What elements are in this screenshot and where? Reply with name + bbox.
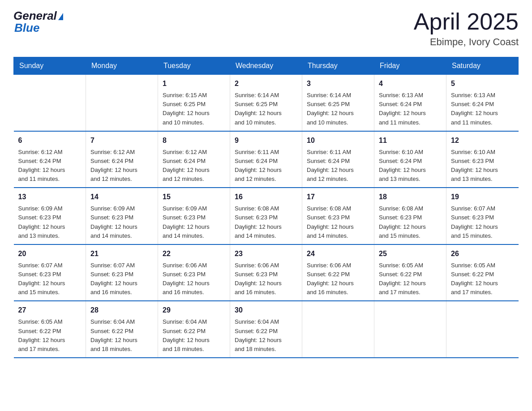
calendar-cell: 14Sunrise: 6:09 AM Sunset: 6:23 PM Dayli… [86, 188, 158, 244]
calendar-table: Sunday Monday Tuesday Wednesday Thursday… [13, 57, 519, 358]
calendar-cell: 10Sunrise: 6:11 AM Sunset: 6:24 PM Dayli… [302, 131, 374, 188]
day-number: 3 [307, 78, 369, 89]
calendar-cell: 21Sunrise: 6:07 AM Sunset: 6:23 PM Dayli… [86, 244, 158, 301]
day-number: 22 [163, 248, 225, 259]
day-info: Sunrise: 6:11 AM Sunset: 6:24 PM Dayligh… [235, 148, 297, 184]
day-number: 2 [235, 78, 297, 89]
calendar-cell: 16Sunrise: 6:08 AM Sunset: 6:23 PM Dayli… [230, 188, 302, 244]
day-number: 29 [163, 305, 225, 316]
calendar-cell: 4Sunrise: 6:13 AM Sunset: 6:24 PM Daylig… [374, 75, 446, 131]
calendar-cell: 26Sunrise: 6:05 AM Sunset: 6:22 PM Dayli… [446, 244, 519, 301]
day-info: Sunrise: 6:14 AM Sunset: 6:25 PM Dayligh… [307, 91, 369, 127]
day-number: 10 [307, 135, 369, 146]
day-info: Sunrise: 6:09 AM Sunset: 6:23 PM Dayligh… [18, 204, 82, 240]
day-number: 25 [379, 248, 442, 259]
day-number: 17 [307, 192, 369, 202]
day-number: 6 [18, 135, 82, 146]
header-saturday: Saturday [446, 57, 519, 75]
day-number: 15 [163, 192, 225, 202]
calendar-cell: 29Sunrise: 6:04 AM Sunset: 6:22 PM Dayli… [158, 301, 230, 358]
day-info: Sunrise: 6:08 AM Sunset: 6:23 PM Dayligh… [379, 204, 442, 240]
calendar-week-row: 6Sunrise: 6:12 AM Sunset: 6:24 PM Daylig… [14, 131, 519, 188]
calendar-cell: 25Sunrise: 6:05 AM Sunset: 6:22 PM Dayli… [374, 244, 446, 301]
day-number: 16 [235, 192, 297, 202]
day-info: Sunrise: 6:06 AM Sunset: 6:22 PM Dayligh… [307, 261, 369, 297]
calendar-cell: 17Sunrise: 6:08 AM Sunset: 6:23 PM Dayli… [302, 188, 374, 244]
calendar-cell: 24Sunrise: 6:06 AM Sunset: 6:22 PM Dayli… [302, 244, 374, 301]
day-info: Sunrise: 6:13 AM Sunset: 6:24 PM Dayligh… [379, 91, 442, 127]
day-info: Sunrise: 6:05 AM Sunset: 6:22 PM Dayligh… [18, 317, 82, 354]
day-info: Sunrise: 6:07 AM Sunset: 6:23 PM Dayligh… [90, 261, 153, 297]
day-info: Sunrise: 6:09 AM Sunset: 6:23 PM Dayligh… [163, 204, 225, 240]
day-number: 13 [18, 192, 82, 202]
calendar-cell [374, 301, 446, 358]
day-number: 11 [379, 135, 442, 146]
header-monday: Monday [86, 57, 158, 75]
calendar-cell [86, 75, 158, 131]
day-info: Sunrise: 6:13 AM Sunset: 6:24 PM Dayligh… [451, 91, 514, 127]
day-info: Sunrise: 6:12 AM Sunset: 6:24 PM Dayligh… [163, 148, 225, 184]
header-sunday: Sunday [14, 57, 86, 75]
calendar-cell: 15Sunrise: 6:09 AM Sunset: 6:23 PM Dayli… [158, 188, 230, 244]
day-info: Sunrise: 6:11 AM Sunset: 6:24 PM Dayligh… [307, 148, 369, 184]
calendar-cell: 6Sunrise: 6:12 AM Sunset: 6:24 PM Daylig… [14, 131, 86, 188]
header-wednesday: Wednesday [230, 57, 302, 75]
logo-blue-text: Blue [13, 21, 63, 35]
calendar-cell [446, 301, 519, 358]
day-number: 7 [90, 135, 153, 146]
day-info: Sunrise: 6:09 AM Sunset: 6:23 PM Dayligh… [90, 204, 153, 240]
calendar-week-row: 1Sunrise: 6:15 AM Sunset: 6:25 PM Daylig… [14, 75, 519, 131]
calendar-cell: 2Sunrise: 6:14 AM Sunset: 6:25 PM Daylig… [230, 75, 302, 131]
day-number: 23 [235, 248, 297, 259]
calendar-cell: 20Sunrise: 6:07 AM Sunset: 6:23 PM Dayli… [14, 244, 86, 301]
calendar-cell: 12Sunrise: 6:10 AM Sunset: 6:23 PM Dayli… [446, 131, 519, 188]
calendar-week-row: 27Sunrise: 6:05 AM Sunset: 6:22 PM Dayli… [14, 301, 519, 358]
day-info: Sunrise: 6:12 AM Sunset: 6:24 PM Dayligh… [18, 148, 82, 184]
calendar-cell: 8Sunrise: 6:12 AM Sunset: 6:24 PM Daylig… [158, 131, 230, 188]
day-number: 18 [379, 192, 442, 202]
weekday-header-row: Sunday Monday Tuesday Wednesday Thursday… [14, 57, 519, 75]
day-info: Sunrise: 6:05 AM Sunset: 6:22 PM Dayligh… [379, 261, 442, 297]
header-thursday: Thursday [302, 57, 374, 75]
calendar-cell: 5Sunrise: 6:13 AM Sunset: 6:24 PM Daylig… [446, 75, 519, 131]
day-number: 9 [235, 135, 297, 146]
day-info: Sunrise: 6:07 AM Sunset: 6:23 PM Dayligh… [18, 261, 82, 297]
day-info: Sunrise: 6:12 AM Sunset: 6:24 PM Dayligh… [90, 148, 153, 184]
day-info: Sunrise: 6:08 AM Sunset: 6:23 PM Dayligh… [235, 204, 297, 240]
day-info: Sunrise: 6:04 AM Sunset: 6:22 PM Dayligh… [163, 317, 225, 354]
calendar-cell: 3Sunrise: 6:14 AM Sunset: 6:25 PM Daylig… [302, 75, 374, 131]
day-info: Sunrise: 6:06 AM Sunset: 6:23 PM Dayligh… [235, 261, 297, 297]
calendar-cell: 28Sunrise: 6:04 AM Sunset: 6:22 PM Dayli… [86, 301, 158, 358]
header-friday: Friday [374, 57, 446, 75]
calendar-week-row: 13Sunrise: 6:09 AM Sunset: 6:23 PM Dayli… [14, 188, 519, 244]
day-number: 4 [379, 78, 442, 89]
day-info: Sunrise: 6:05 AM Sunset: 6:22 PM Dayligh… [451, 261, 514, 297]
day-info: Sunrise: 6:10 AM Sunset: 6:23 PM Dayligh… [451, 148, 514, 184]
calendar-cell: 19Sunrise: 6:07 AM Sunset: 6:23 PM Dayli… [446, 188, 519, 244]
header-tuesday: Tuesday [158, 57, 230, 75]
day-number: 30 [235, 305, 297, 316]
day-info: Sunrise: 6:14 AM Sunset: 6:25 PM Dayligh… [235, 91, 297, 127]
logo: General Blue [13, 9, 63, 35]
logo-triangle-icon [58, 13, 63, 20]
day-info: Sunrise: 6:10 AM Sunset: 6:24 PM Dayligh… [379, 148, 442, 184]
day-info: Sunrise: 6:15 AM Sunset: 6:25 PM Dayligh… [163, 91, 225, 127]
day-number: 14 [90, 192, 153, 202]
day-number: 28 [90, 305, 153, 316]
calendar-cell: 18Sunrise: 6:08 AM Sunset: 6:23 PM Dayli… [374, 188, 446, 244]
day-number: 8 [163, 135, 225, 146]
calendar-cell: 7Sunrise: 6:12 AM Sunset: 6:24 PM Daylig… [86, 131, 158, 188]
calendar-cell: 11Sunrise: 6:10 AM Sunset: 6:24 PM Dayli… [374, 131, 446, 188]
day-number: 1 [163, 78, 225, 89]
calendar-cell: 13Sunrise: 6:09 AM Sunset: 6:23 PM Dayli… [14, 188, 86, 244]
day-info: Sunrise: 6:04 AM Sunset: 6:22 PM Dayligh… [235, 317, 297, 354]
calendar-cell [302, 301, 374, 358]
day-number: 27 [18, 305, 82, 316]
page-header: General Blue April 2025 Ebimpe, Ivory Co… [13, 9, 519, 48]
day-number: 12 [451, 135, 514, 146]
day-info: Sunrise: 6:06 AM Sunset: 6:23 PM Dayligh… [163, 261, 225, 297]
calendar-cell: 9Sunrise: 6:11 AM Sunset: 6:24 PM Daylig… [230, 131, 302, 188]
calendar-cell: 22Sunrise: 6:06 AM Sunset: 6:23 PM Dayli… [158, 244, 230, 301]
day-info: Sunrise: 6:07 AM Sunset: 6:23 PM Dayligh… [451, 204, 514, 240]
calendar-week-row: 20Sunrise: 6:07 AM Sunset: 6:23 PM Dayli… [14, 244, 519, 301]
